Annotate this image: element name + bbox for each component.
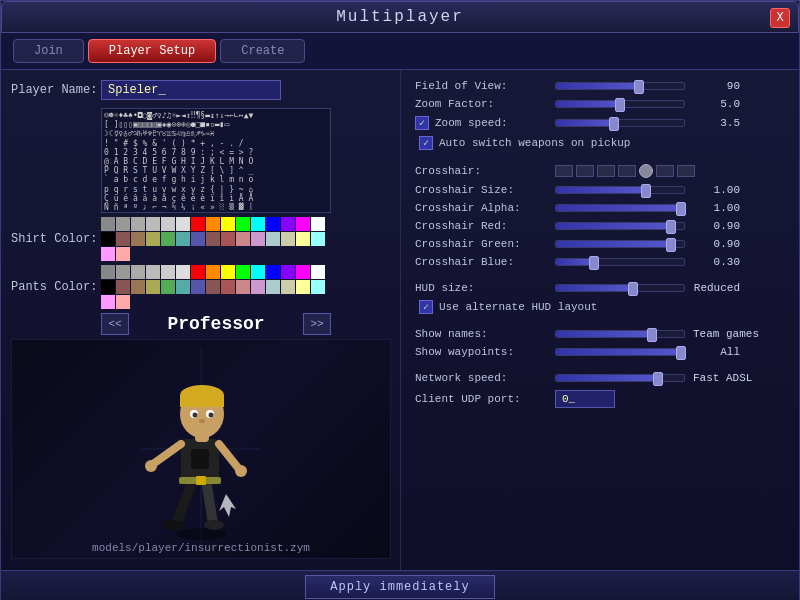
crosshair-option-5[interactable] bbox=[639, 164, 653, 178]
network-speed-slider[interactable] bbox=[555, 374, 685, 382]
pants-swatch-7[interactable] bbox=[206, 265, 220, 279]
auto-switch-checkbox[interactable]: ✓ bbox=[419, 136, 433, 150]
zoom-factor-slider[interactable] bbox=[555, 100, 685, 108]
pants-swatch-28[interactable] bbox=[296, 280, 310, 294]
pants-swatch-20[interactable] bbox=[176, 280, 190, 294]
shirt-swatch-8[interactable] bbox=[221, 217, 235, 231]
pants-swatch-25[interactable] bbox=[251, 280, 265, 294]
pants-swatch-3[interactable] bbox=[146, 265, 160, 279]
pants-swatch-29[interactable] bbox=[311, 280, 325, 294]
crosshair-option-6[interactable] bbox=[656, 165, 674, 177]
pants-swatch-15[interactable] bbox=[101, 280, 115, 294]
pants-swatch-9[interactable] bbox=[236, 265, 250, 279]
pants-swatch-18[interactable] bbox=[146, 280, 160, 294]
shirt-swatch-24[interactable] bbox=[236, 232, 250, 246]
shirt-swatch-28[interactable] bbox=[296, 232, 310, 246]
shirt-swatch-14[interactable] bbox=[311, 217, 325, 231]
pants-swatch-27[interactable] bbox=[281, 280, 295, 294]
next-character-button[interactable]: >> bbox=[303, 313, 331, 335]
pants-swatch-1[interactable] bbox=[116, 265, 130, 279]
pants-swatch-12[interactable] bbox=[281, 265, 295, 279]
shirt-swatch-31[interactable] bbox=[116, 247, 130, 261]
shirt-swatch-2[interactable] bbox=[131, 217, 145, 231]
pants-swatch-19[interactable] bbox=[161, 280, 175, 294]
shirt-swatch-15[interactable] bbox=[101, 232, 115, 246]
shirt-swatch-25[interactable] bbox=[251, 232, 265, 246]
pants-swatch-17[interactable] bbox=[131, 280, 145, 294]
shirt-swatch-9[interactable] bbox=[236, 217, 250, 231]
shirt-swatch-27[interactable] bbox=[281, 232, 295, 246]
shirt-color-row: Shirt Color: bbox=[11, 217, 390, 261]
crosshair-option-3[interactable] bbox=[597, 165, 615, 177]
pants-swatch-4[interactable] bbox=[161, 265, 175, 279]
shirt-swatch-16[interactable] bbox=[116, 232, 130, 246]
pants-swatch-26[interactable] bbox=[266, 280, 280, 294]
pants-swatch-24[interactable] bbox=[236, 280, 250, 294]
pants-swatch-31[interactable] bbox=[116, 295, 130, 309]
shirt-swatch-5[interactable] bbox=[176, 217, 190, 231]
crosshair-green-slider[interactable] bbox=[555, 240, 685, 248]
pants-swatch-5[interactable] bbox=[176, 265, 190, 279]
prev-character-button[interactable]: << bbox=[101, 313, 129, 335]
pants-swatch-14[interactable] bbox=[311, 265, 325, 279]
shirt-swatch-11[interactable] bbox=[266, 217, 280, 231]
show-names-slider[interactable] bbox=[555, 330, 685, 338]
shirt-swatch-23[interactable] bbox=[221, 232, 235, 246]
shirt-swatch-19[interactable] bbox=[161, 232, 175, 246]
pants-swatch-8[interactable] bbox=[221, 265, 235, 279]
shirt-swatch-21[interactable] bbox=[191, 232, 205, 246]
pants-swatch-0[interactable] bbox=[101, 265, 115, 279]
tab-create[interactable]: Create bbox=[220, 39, 305, 63]
shirt-swatch-26[interactable] bbox=[266, 232, 280, 246]
crosshair-option-2[interactable] bbox=[576, 165, 594, 177]
crosshair-option-1[interactable] bbox=[555, 165, 573, 177]
udp-port-input[interactable] bbox=[555, 390, 615, 408]
pants-swatch-2[interactable] bbox=[131, 265, 145, 279]
shirt-swatch-13[interactable] bbox=[296, 217, 310, 231]
shirt-swatch-22[interactable] bbox=[206, 232, 220, 246]
shirt-swatch-7[interactable] bbox=[206, 217, 220, 231]
zoom-speed-checkbox[interactable]: ✓ bbox=[415, 116, 429, 130]
pants-swatch-11[interactable] bbox=[266, 265, 280, 279]
pants-swatch-21[interactable] bbox=[191, 280, 205, 294]
crosshair-option-4[interactable] bbox=[618, 165, 636, 177]
shirt-swatch-30[interactable] bbox=[101, 247, 115, 261]
show-waypoints-slider[interactable] bbox=[555, 348, 685, 356]
svg-rect-9 bbox=[196, 476, 206, 485]
crosshair-option-7[interactable] bbox=[677, 165, 695, 177]
apply-button[interactable]: Apply immediately bbox=[305, 575, 494, 599]
crosshair-size-slider[interactable] bbox=[555, 186, 685, 194]
shirt-swatch-4[interactable] bbox=[161, 217, 175, 231]
svg-point-21 bbox=[209, 413, 214, 418]
tab-player-setup[interactable]: Player Setup bbox=[88, 39, 216, 63]
shirt-swatch-20[interactable] bbox=[176, 232, 190, 246]
fov-slider[interactable] bbox=[555, 82, 685, 90]
shirt-swatch-3[interactable] bbox=[146, 217, 160, 231]
hud-size-slider[interactable] bbox=[555, 284, 685, 292]
shirt-swatch-18[interactable] bbox=[146, 232, 160, 246]
shirt-swatch-17[interactable] bbox=[131, 232, 145, 246]
char-grid[interactable]: ☺☻☼♦♣♠•◘○◙♂♀♪♫☼►◄↕‼¶§▬↨↑↓→←∟↔▲▼ [ ]▯▯▯▣▤… bbox=[101, 108, 331, 213]
crosshair-alpha-slider[interactable] bbox=[555, 204, 685, 212]
close-button[interactable]: X bbox=[770, 8, 790, 28]
shirt-swatch-10[interactable] bbox=[251, 217, 265, 231]
content-area: Player Name: ☺☻☼♦♣♠•◘○◙♂♀♪♫☼►◄↕‼¶§▬↨↑↓→←… bbox=[1, 70, 799, 570]
shirt-swatch-29[interactable] bbox=[311, 232, 325, 246]
pants-swatch-10[interactable] bbox=[251, 265, 265, 279]
pants-swatch-6[interactable] bbox=[191, 265, 205, 279]
shirt-swatch-0[interactable] bbox=[101, 217, 115, 231]
shirt-swatch-12[interactable] bbox=[281, 217, 295, 231]
crosshair-blue-slider[interactable] bbox=[555, 258, 685, 266]
shirt-swatch-1[interactable] bbox=[116, 217, 130, 231]
pants-swatch-30[interactable] bbox=[101, 295, 115, 309]
pants-swatch-13[interactable] bbox=[296, 265, 310, 279]
tab-join[interactable]: Join bbox=[13, 39, 84, 63]
pants-swatch-23[interactable] bbox=[221, 280, 235, 294]
crosshair-red-slider[interactable] bbox=[555, 222, 685, 230]
pants-swatch-16[interactable] bbox=[116, 280, 130, 294]
zoom-speed-slider[interactable] bbox=[555, 119, 685, 127]
player-name-input[interactable] bbox=[101, 80, 281, 100]
pants-swatch-22[interactable] bbox=[206, 280, 220, 294]
alt-hud-checkbox[interactable]: ✓ bbox=[419, 300, 433, 314]
shirt-swatch-6[interactable] bbox=[191, 217, 205, 231]
